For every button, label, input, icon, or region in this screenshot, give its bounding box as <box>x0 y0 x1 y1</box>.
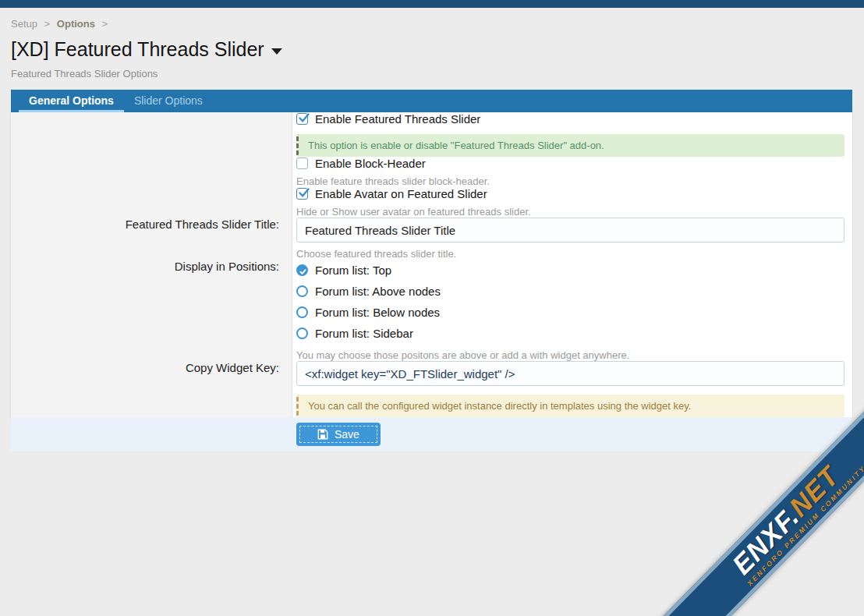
block-header-checkbox-row[interactable]: Enable Block-Header <box>296 157 845 170</box>
save-bar: Save <box>11 417 852 451</box>
title-dropdown-caret-icon[interactable] <box>271 48 282 55</box>
breadcrumb-setup[interactable]: Setup <box>11 18 37 30</box>
position-option-sidebar[interactable]: Forum list: Sidebar <box>296 323 845 344</box>
position-option-below-nodes[interactable]: Forum list: Below nodes <box>296 302 845 323</box>
widget-key-label: Copy Widget Key: <box>11 361 292 417</box>
breadcrumb: Setup > Options > <box>11 18 852 30</box>
avatar-hint: Hide or Show user avatar on featured thr… <box>296 206 845 218</box>
position-option-top[interactable]: Forum list: Top <box>296 260 845 281</box>
slider-title-input[interactable] <box>296 218 845 243</box>
row-slider-title: Choose featured threads slider title. <box>292 218 852 260</box>
widget-key-input[interactable] <box>296 361 845 386</box>
checkbox-checked-icon[interactable] <box>296 188 308 200</box>
breadcrumb-separator: > <box>44 18 51 30</box>
radio-unselected-icon[interactable] <box>296 306 308 318</box>
row-positions: Forum list: Top Forum list: Above nodes … <box>292 260 852 361</box>
position-option-label: Forum list: Sidebar <box>315 327 413 340</box>
block-header-hint: Enable feature threads slider block-head… <box>296 175 845 187</box>
slider-title-label: Featured Threads Slider Title: <box>11 218 292 260</box>
page-title-text: [XD] Featured Threads Slider <box>11 38 264 60</box>
positions-hint: You may choose those positons are above … <box>296 349 845 361</box>
save-icon <box>317 429 328 440</box>
save-button[interactable]: Save <box>296 423 381 446</box>
radio-selected-icon[interactable] <box>296 264 308 276</box>
page-subtitle: Featured Threads Slider Options <box>11 68 852 80</box>
tab-general-options[interactable]: General Options <box>19 90 124 112</box>
enable-slider-checkbox-row[interactable]: Enable Featured Threads Slider <box>296 112 845 126</box>
tab-slider-options[interactable]: Slider Options <box>124 90 213 112</box>
breadcrumb-separator: > <box>102 18 108 30</box>
position-option-label: Forum list: Above nodes <box>315 285 441 298</box>
row-block-header-label-cell <box>11 157 292 187</box>
radio-unselected-icon[interactable] <box>296 327 308 339</box>
enable-slider-label: Enable Featured Threads Slider <box>315 112 480 126</box>
breadcrumb-options[interactable]: Options <box>57 18 95 30</box>
position-option-label: Forum list: Below nodes <box>315 306 440 319</box>
enable-slider-message: This option is enable or disable "Featur… <box>296 134 845 157</box>
row-avatar: Enable Avatar on Featured Slider Hide or… <box>292 187 852 218</box>
checkbox-checked-icon[interactable] <box>296 113 308 125</box>
page-content: Setup > Options > [XD] Featured Threads … <box>11 18 852 451</box>
page-title: [XD] Featured Threads Slider <box>11 38 852 61</box>
position-option-above-nodes[interactable]: Forum list: Above nodes <box>296 281 845 302</box>
position-option-label: Forum list: Top <box>315 264 391 277</box>
slider-title-hint: Choose featured threads slider title. <box>296 248 845 260</box>
options-form: Enable Featured Threads Slider This opti… <box>11 112 852 417</box>
save-button-label: Save <box>335 428 359 441</box>
radio-unselected-icon[interactable] <box>296 285 308 297</box>
checkbox-unchecked-icon[interactable] <box>296 158 308 169</box>
block-header-label: Enable Block-Header <box>315 157 426 170</box>
positions-label: Display in Positions: <box>11 260 292 361</box>
row-avatar-label-cell <box>11 187 292 218</box>
watermark-brand: ENXF.NET <box>727 461 843 579</box>
row-block-header: Enable Block-Header Enable feature threa… <box>292 157 852 187</box>
avatar-label: Enable Avatar on Featured Slider <box>315 187 487 200</box>
row-enable-slider: Enable Featured Threads Slider This opti… <box>292 112 852 157</box>
widget-key-message: You can call the configured widget insta… <box>296 395 845 417</box>
options-tab-bar: General Options Slider Options <box>11 90 852 112</box>
avatar-checkbox-row[interactable]: Enable Avatar on Featured Slider <box>296 187 845 200</box>
row-enable-slider-label-cell <box>11 112 292 157</box>
admin-top-bar <box>0 0 864 8</box>
row-widget-key: You can call the configured widget insta… <box>292 361 852 417</box>
